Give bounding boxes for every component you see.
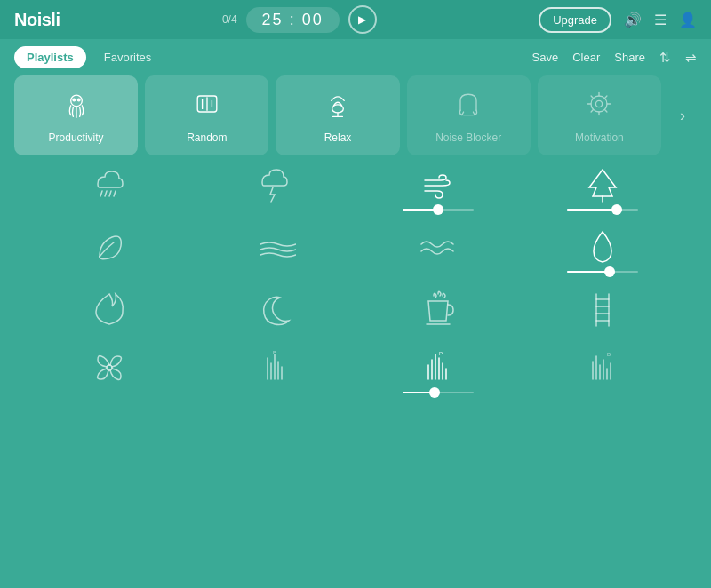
sound-item-water-stream[interactable] xyxy=(191,225,356,273)
playlist-card-productivity[interactable]: Productivity xyxy=(14,75,138,155)
tabs-bar: Playlists Favorites Save Clear Share ⇅ ⇌ xyxy=(0,39,711,75)
header-right: Upgrade 🔊 ☰ 👤 xyxy=(539,7,697,33)
random-label: Random xyxy=(187,131,227,144)
playlist-card-relax[interactable]: Relax xyxy=(276,75,399,155)
app-logo: Noisli xyxy=(14,10,60,30)
svg-line-16 xyxy=(591,96,594,99)
sound-item-forest[interactable] xyxy=(520,163,684,211)
svg-point-2 xyxy=(77,99,80,101)
svg-point-1 xyxy=(73,99,76,101)
sound-item-night[interactable] xyxy=(191,287,356,331)
svg-line-24 xyxy=(114,191,116,196)
save-button[interactable]: Save xyxy=(532,51,559,64)
svg-line-21 xyxy=(100,191,102,196)
tab-favorites[interactable]: Favorites xyxy=(92,46,164,68)
noise-blocker-label: Noise Blocker xyxy=(435,131,501,144)
sound-item-wind[interactable] xyxy=(356,163,520,211)
water-drop-slider[interactable] xyxy=(567,271,638,273)
timer-section: 0/4 25 : 00 ▶ xyxy=(222,5,377,34)
sort-icon[interactable]: ⇅ xyxy=(659,50,671,66)
sound-item-pink-noise[interactable]: B xyxy=(520,346,684,393)
sound-item-coffee-shop[interactable] xyxy=(356,287,520,331)
sound-item-sea-waves[interactable] xyxy=(356,225,520,273)
productivity-icon xyxy=(60,88,92,126)
clear-button[interactable]: Clear xyxy=(572,51,600,64)
random-icon xyxy=(191,88,223,126)
next-playlist-button[interactable]: › xyxy=(668,107,697,125)
svg-marker-25 xyxy=(589,170,616,196)
play-button[interactable]: ▶ xyxy=(348,5,377,34)
playlist-card-random[interactable]: Random xyxy=(145,75,268,155)
relax-label: Relax xyxy=(324,131,352,144)
tab-playlists[interactable]: Playlists xyxy=(14,46,86,68)
svg-point-7 xyxy=(332,104,344,112)
sound-grid: B P xyxy=(27,163,684,393)
sound-item-brown-noise[interactable]: B xyxy=(191,346,356,393)
svg-text:B: B xyxy=(606,352,610,357)
svg-line-23 xyxy=(109,191,111,196)
svg-text:P: P xyxy=(438,351,442,356)
svg-line-18 xyxy=(591,109,594,112)
svg-line-22 xyxy=(105,191,107,196)
sound-grid-container: B P xyxy=(0,163,711,393)
upgrade-button[interactable]: Upgrade xyxy=(539,7,611,33)
svg-point-34 xyxy=(107,365,112,370)
tabs-right: Save Clear Share ⇅ ⇌ xyxy=(532,50,697,66)
user-icon[interactable]: 👤 xyxy=(679,12,697,28)
forest-slider[interactable] xyxy=(567,209,638,211)
playlists-row: Productivity Random Relax xyxy=(0,75,711,155)
playlist-card-noise-blocker[interactable]: Noise Blocker xyxy=(407,75,531,155)
motivation-icon xyxy=(583,88,615,126)
volume-icon[interactable]: 🔊 xyxy=(624,12,642,28)
noise-blocker-icon xyxy=(452,88,484,126)
sound-item-fan[interactable] xyxy=(27,346,191,393)
shuffle-icon[interactable]: ⇌ xyxy=(685,50,697,66)
sound-item-fire[interactable] xyxy=(27,287,191,331)
playlist-card-motivation[interactable]: Motivation xyxy=(538,75,661,155)
motivation-label: Motivation xyxy=(575,131,624,144)
svg-point-20 xyxy=(596,100,603,107)
share-button[interactable]: Share xyxy=(614,51,645,64)
productivity-label: Productivity xyxy=(49,131,104,144)
sound-item-water-drop[interactable] xyxy=(520,225,684,273)
relax-icon xyxy=(322,88,354,126)
timer-display[interactable]: 25 : 00 xyxy=(246,7,340,33)
sound-item-rain[interactable] xyxy=(27,163,191,211)
header: Noisli 0/4 25 : 00 ▶ Upgrade 🔊 ☰ 👤 xyxy=(0,0,711,39)
wind-slider[interactable] xyxy=(403,209,474,211)
svg-text:B: B xyxy=(272,350,276,355)
menu-icon[interactable]: ☰ xyxy=(654,12,667,28)
sound-item-train[interactable] xyxy=(520,287,684,331)
tabs-left: Playlists Favorites xyxy=(14,46,164,68)
timer-counter: 0/4 xyxy=(222,13,237,26)
sound-item-leaf[interactable] xyxy=(27,225,191,273)
svg-line-19 xyxy=(605,96,608,99)
svg-line-17 xyxy=(605,109,608,112)
sound-item-white-noise[interactable]: P xyxy=(356,346,520,393)
sound-item-thunder[interactable] xyxy=(191,163,356,211)
white-noise-slider[interactable] xyxy=(403,392,474,393)
